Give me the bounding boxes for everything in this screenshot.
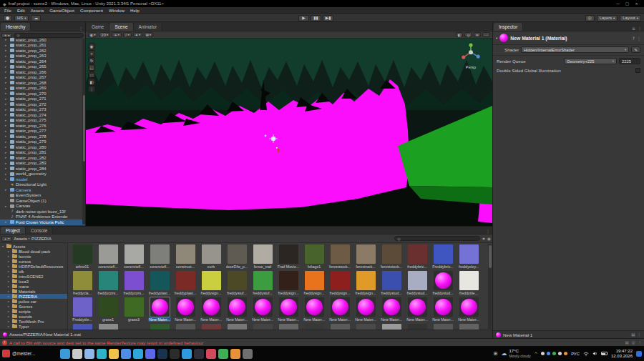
expand-arrow-icon[interactable]: ▸ — [5, 119, 9, 122]
rect-tool[interactable]: ▭ — [88, 71, 95, 78]
hierarchy-item[interactable]: ▸ world_geometry — [0, 172, 85, 177]
folder-item[interactable]: ▸ scripts — [0, 309, 67, 314]
folder-arrow-icon[interactable]: ▸ — [8, 300, 11, 303]
step-button[interactable]: ▶▮ — [323, 15, 333, 21]
asset-item[interactable]: freddycors... — [95, 271, 121, 295]
lighting-toggle[interactable]: ☀▾ — [112, 32, 121, 37]
transform-tool[interactable]: ◧ — [88, 79, 95, 85]
tray-icon-5[interactable] — [564, 352, 567, 355]
panel-menu-icon[interactable]: ⋮ — [484, 229, 492, 234]
play-button[interactable]: ▶ — [298, 15, 309, 21]
hierarchy-item[interactable]: ▸ Camera — [0, 187, 85, 193]
asset-item[interactable]: forestrock... — [353, 244, 379, 269]
expand-arrow-icon[interactable]: ▸ — [5, 92, 9, 95]
asset-item[interactable]: doorDfw_p... — [224, 244, 250, 269]
hierarchy-item[interactable]: ▸ static_prop_268 — [0, 80, 85, 86]
hierarchy-item[interactable]: ▸ static_prop_275 — [0, 118, 85, 124]
tab-hierarchy[interactable]: Hierarchy — [1, 23, 31, 31]
2d-toggle[interactable]: 2D▾ — [99, 32, 110, 37]
menu-item[interactable]: GameObject — [47, 8, 77, 13]
grid-dropdown[interactable]: ⊞▾ — [144, 32, 153, 37]
maximize-button[interactable]: ▢ — [623, 1, 632, 6]
asset-item[interactable]: freddyplast... — [172, 271, 198, 295]
close-button[interactable]: × — [632, 1, 641, 6]
hierarchy-item[interactable]: ▸ static_prop_279 — [0, 139, 85, 145]
expand-arrow-icon[interactable]: ▸ — [5, 113, 9, 117]
expand-arrow-icon[interactable]: ▸ — [5, 65, 9, 69]
asset-item[interactable]: freddyplast... — [147, 271, 172, 295]
folder-item[interactable]: ▾ Assets — [0, 244, 67, 249]
expand-arrow-icon[interactable]: ▸ — [5, 129, 9, 133]
asset-item[interactable]: freddysign... — [198, 271, 224, 295]
hierarchy-item[interactable]: ▸ Canvas — [0, 204, 85, 209]
asset-item[interactable]: New Mater... — [198, 297, 224, 322]
volume-icon[interactable] — [592, 351, 597, 356]
folder-arrow-icon[interactable]: ▸ — [8, 310, 11, 313]
asset-item[interactable]: freddystuf... — [250, 271, 275, 295]
asset-item[interactable]: foreststock... — [327, 244, 353, 269]
expand-arrow-icon[interactable]: ▸ — [5, 140, 9, 144]
hidden-icons-chevron[interactable]: ^ — [535, 352, 538, 356]
expand-arrow-icon[interactable]: ▸ — [5, 76, 9, 79]
cloud-icon[interactable]: ☁ — [31, 15, 41, 21]
hierarchy-item[interactable]: ▸ static_prop_267 — [0, 75, 85, 81]
effects-dropdown[interactable]: ✦▾ — [133, 32, 142, 37]
more-options[interactable]: ⋯ — [482, 32, 490, 37]
asset-item[interactable]: Freddytile... — [69, 297, 95, 322]
search-icon[interactable]: ◎ — [585, 15, 595, 21]
asset-item[interactable]: freddystud... — [430, 271, 456, 295]
edit-shader-icon[interactable]: ✎ — [631, 46, 640, 53]
folder-item[interactable]: ▸ idk — [0, 269, 67, 274]
expand-arrow-icon[interactable]: ▸ — [5, 86, 9, 90]
asset-item[interactable]: concretefl... — [95, 244, 121, 269]
discord-icon[interactable] — [145, 349, 155, 359]
expand-arrow-icon[interactable]: ▸ — [5, 151, 9, 154]
menu-item[interactable]: Component — [77, 8, 106, 13]
photos-icon[interactable] — [206, 349, 216, 359]
hierarchy-item[interactable]: GameObject (1) — [0, 198, 85, 204]
expand-arrow-icon[interactable]: ▸ — [5, 38, 9, 41]
audio-toggle[interactable]: ♪▾ — [123, 32, 132, 37]
expand-arrow-icon[interactable]: ▸ — [5, 172, 9, 176]
vscode-icon[interactable] — [182, 349, 192, 359]
asset-item[interactable]: foliage1 — [301, 244, 327, 269]
asset-item[interactable]: construct... — [172, 244, 198, 269]
tab-project[interactable]: Project — [1, 227, 26, 234]
taskbar-pinned-window[interactable]: @meister... — [2, 350, 35, 357]
expand-arrow-icon[interactable]: ▸ — [5, 204, 9, 208]
expand-arrow-icon[interactable]: ▸ — [5, 108, 9, 112]
render-queue-field[interactable]: 2225 — [619, 58, 640, 64]
folder-arrow-icon[interactable]: ▸ — [8, 295, 11, 298]
folder-item[interactable]: ▸ HDRPDefaultResources — [0, 264, 67, 269]
asset-item[interactable]: grass1 — [95, 297, 121, 322]
asset-item[interactable]: freddysign... — [353, 271, 379, 295]
rotate-tool[interactable]: ↻ — [88, 57, 95, 64]
hierarchy-item[interactable]: ▸ static_prop_270 — [0, 91, 85, 97]
scene-search[interactable]: ◎ — [464, 32, 472, 37]
expand-arrow-icon[interactable]: ▸ — [5, 134, 9, 138]
expand-arrow-icon[interactable]: ▸ — [5, 188, 9, 192]
hierarchy-item[interactable]: ▸ static_prop_276 — [0, 123, 85, 129]
language-indicator[interactable]: РУС — [571, 352, 580, 356]
file-explorer-icon[interactable] — [109, 349, 119, 359]
hierarchy-item[interactable]: ▸ static_prop_266 — [0, 69, 85, 75]
search-button[interactable] — [72, 349, 82, 359]
menu-item[interactable]: File — [1, 8, 14, 13]
asset-item[interactable]: New Mater... — [456, 297, 482, 322]
asset-item[interactable]: New Mater... — [250, 297, 275, 322]
folder-arrow-icon[interactable]: ▸ — [8, 254, 11, 258]
hierarchy-item[interactable]: ▸ static_prop_264 — [0, 59, 85, 64]
asset-item[interactable]: grass3 — [121, 297, 147, 322]
asset-item[interactable]: New Mater... — [353, 297, 379, 322]
expand-arrow-icon[interactable]: ▸ — [5, 44, 9, 47]
asset-item[interactable]: arbre01 — [69, 244, 95, 269]
console-icon[interactable]: ▤ — [625, 340, 628, 345]
tray-icon-1[interactable] — [541, 352, 545, 355]
orientation-gizmo[interactable]: Persp — [455, 41, 487, 69]
scene-view-tab[interactable]: Game — [87, 23, 109, 31]
shader-dropdown[interactable]: Hidden/InternalErrorShader▾ — [521, 46, 629, 53]
app-grid-icon[interactable]: ⊞ — [494, 351, 498, 357]
account-icon[interactable]: ● — [3, 15, 12, 21]
hierarchy-item[interactable]: ▸ static_prop_284 — [0, 166, 85, 172]
asset-item[interactable]: freddysign... — [301, 271, 327, 295]
